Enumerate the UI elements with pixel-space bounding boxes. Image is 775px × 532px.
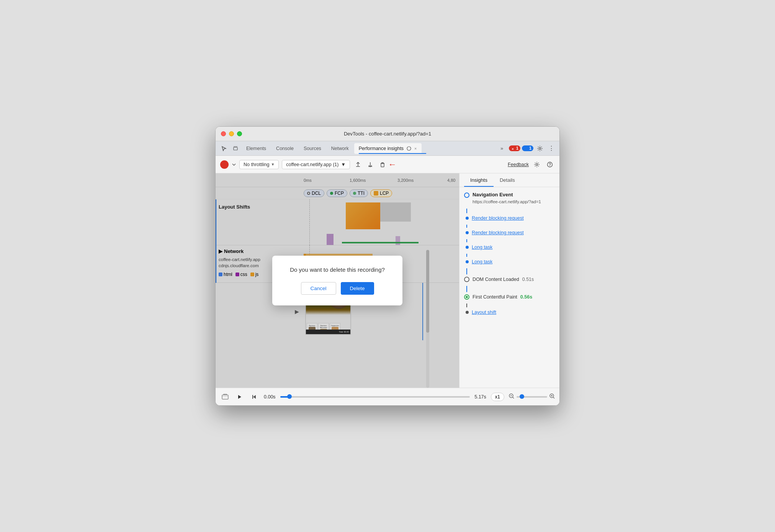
arrow-indicator: ←: [388, 160, 397, 170]
connector-3: [466, 239, 467, 242]
fcp-dot-outer: [464, 294, 469, 300]
dcl-label: DOM Content Loaded: [473, 277, 519, 282]
toolbar-help-icon[interactable]: ?: [545, 160, 555, 170]
scrubber-container: [280, 396, 470, 398]
bottom-bar: 0.00s 5.17s x1: [216, 388, 559, 405]
zoom-slider-thumb[interactable]: [520, 394, 524, 399]
dcl-time: 0.51s: [522, 277, 534, 282]
error-badge: ✕ 1: [509, 145, 520, 151]
connector-6: [466, 286, 467, 292]
svg-rect-12: [222, 395, 228, 399]
main-content: 0ms 1,600ms 3,200ms 4,80 DCL FCP: [216, 173, 559, 388]
scrubber-thumb[interactable]: [287, 394, 292, 399]
insight-long-task-1: Long task: [464, 245, 555, 250]
tab-details[interactable]: Details: [494, 173, 521, 187]
svg-marker-15: [238, 395, 241, 399]
dcl-item: DOM Content Loaded 0.51s: [464, 277, 555, 282]
delete-recording-icon[interactable]: [378, 160, 388, 170]
time-start: 0.00s: [264, 394, 276, 400]
dcl-circle: [464, 277, 469, 282]
tab-sources[interactable]: Sources: [299, 143, 326, 154]
tab-elements[interactable]: Elements: [242, 143, 271, 154]
right-panel: Insights Details Navigation Event https:…: [459, 173, 559, 388]
titlebar: DevTools - coffee-cart.netlify.app/?ad=1: [216, 127, 559, 141]
layers-icon[interactable]: [230, 143, 241, 154]
cursor-icon[interactable]: [219, 143, 229, 154]
tab-bar: Elements Console Sources Network Perform…: [216, 141, 559, 156]
layout-shift-dot: [466, 311, 469, 314]
minimize-button[interactable]: [229, 131, 234, 136]
tab-console[interactable]: Console: [271, 143, 298, 154]
more-options-icon[interactable]: ⋮: [546, 144, 556, 153]
svg-rect-0: [234, 147, 237, 150]
fcp-item: First Contentful Paint 0.56s: [464, 294, 555, 300]
zoom-out-icon[interactable]: [509, 393, 514, 400]
connector-1: [466, 209, 467, 213]
settings-icon[interactable]: [535, 144, 545, 153]
tab-close-icon[interactable]: ×: [414, 146, 417, 151]
screenshot-mode-icon[interactable]: [220, 392, 230, 402]
svg-line-24: [553, 397, 554, 398]
url-selector[interactable]: coffee-cart.netlify.app (1) ▼: [282, 160, 350, 169]
toolbar: No throttling ▼ coffee-cart.netlify.app …: [216, 156, 559, 173]
svg-point-7: [539, 147, 541, 149]
connector-4: [466, 254, 467, 257]
connector-5: [466, 268, 467, 274]
play-icon[interactable]: [235, 392, 245, 402]
tab-insights[interactable]: Insights: [464, 173, 494, 187]
playback-speed-button[interactable]: x1: [491, 393, 504, 401]
insight-long-task-2: Long task: [464, 259, 555, 264]
dialog-buttons: Cancel Delete: [284, 282, 390, 295]
delete-button[interactable]: Delete: [341, 282, 374, 295]
maximize-button[interactable]: [237, 131, 242, 136]
throttling-arrow-icon: ▼: [271, 162, 275, 166]
record-dropdown-arrow[interactable]: [232, 162, 236, 167]
zoom-slider[interactable]: [517, 396, 547, 398]
insight-render-blocking-1: Render blocking request: [464, 215, 555, 221]
zoom-in-icon[interactable]: [549, 393, 555, 400]
nav-event-item: Navigation Event https://coffee-cart.net…: [464, 192, 555, 204]
svg-marker-16: [253, 395, 256, 399]
svg-text:✕: ✕: [512, 148, 514, 150]
tab-network[interactable]: Network: [327, 143, 353, 154]
fcp-time: 0.56s: [520, 294, 532, 300]
throttling-dropdown[interactable]: No throttling ▼: [239, 160, 279, 169]
tab-performance-insights[interactable]: Performance insights ×: [354, 143, 422, 154]
toolbar-settings-icon[interactable]: [532, 160, 542, 170]
close-button[interactable]: [221, 131, 226, 136]
connector-7: [466, 304, 467, 307]
layout-shift-link[interactable]: Layout shift: [472, 310, 496, 315]
time-end: 5.17s: [474, 394, 486, 400]
nav-event-title: Navigation Event: [473, 192, 513, 197]
insight-dot-1: [466, 217, 469, 220]
insight-render-blocking-2: Render blocking request: [464, 230, 555, 235]
long-task-link-1[interactable]: Long task: [472, 245, 492, 250]
connector-2: [466, 225, 467, 228]
download-icon[interactable]: [365, 160, 375, 170]
insight-layout-shift: Layout shift: [464, 310, 555, 315]
cancel-button[interactable]: Cancel: [301, 282, 336, 295]
render-blocking-link-1[interactable]: Render blocking request: [472, 215, 524, 221]
dialog-message: Do you want to delete this recording?: [284, 266, 390, 273]
svg-rect-8: [381, 163, 384, 167]
timeline-scrubber[interactable]: [280, 396, 470, 398]
traffic-lights: [221, 131, 242, 136]
toolbar-actions: ←: [353, 160, 397, 170]
upload-icon[interactable]: [353, 160, 363, 170]
record-button[interactable]: [220, 160, 229, 169]
feedback-link[interactable]: Feedback: [508, 162, 529, 167]
insights-tabs: Insights Details: [459, 173, 559, 187]
left-panel: 0ms 1,600ms 3,200ms 4,80 DCL FCP: [216, 173, 459, 388]
skip-to-start-icon[interactable]: [249, 392, 259, 402]
long-task-link-2[interactable]: Long task: [472, 259, 492, 264]
nav-event-url: https://coffee-cart.netlify.app/?ad=1: [473, 199, 555, 204]
window-title: DevTools - coffee-cart.netlify.app/?ad=1: [344, 131, 431, 137]
insight-dot-3: [466, 246, 469, 249]
svg-rect-17: [252, 395, 253, 399]
render-blocking-link-2[interactable]: Render blocking request: [472, 230, 524, 235]
insights-list: Navigation Event https://coffee-cart.net…: [459, 187, 559, 388]
dialog-overlay: Do you want to delete this recording? Ca…: [216, 173, 459, 388]
tab-more-section: » ✕ 1 1 ⋮: [497, 143, 556, 154]
more-tabs-icon[interactable]: »: [497, 143, 507, 154]
message-badge: 1: [522, 145, 533, 151]
